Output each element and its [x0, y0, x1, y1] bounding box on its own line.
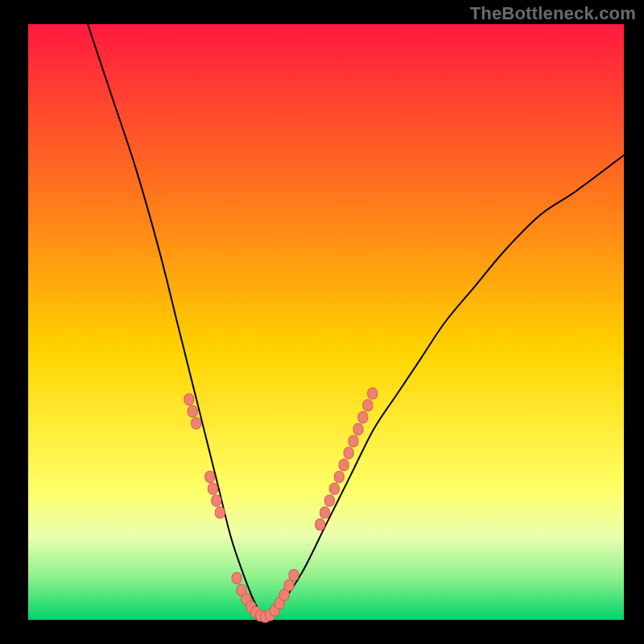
- highlight-dot: [184, 394, 194, 405]
- highlight-dot: [329, 483, 339, 494]
- highlight-dot: [320, 507, 330, 518]
- highlight-dot: [316, 519, 325, 530]
- highlight-dot: [353, 423, 363, 435]
- highlight-dot: [205, 471, 215, 482]
- highlight-dot: [289, 570, 299, 581]
- highlight-dot: [284, 580, 294, 591]
- highlight-dot: [188, 406, 197, 417]
- highlight-dot: [208, 483, 217, 494]
- highlight-dot: [192, 418, 201, 429]
- highlight-dot: [334, 471, 344, 482]
- highlight-dot: [324, 495, 334, 506]
- watermark-text: TheBottleneck.com: [470, 3, 636, 24]
- highlight-dot: [344, 448, 353, 459]
- chart-canvas: TheBottleneck.com: [0, 0, 644, 644]
- highlight-dot: [215, 507, 225, 518]
- bottleneck-chart: [0, 0, 644, 644]
- highlight-dot: [339, 460, 349, 471]
- highlight-dot: [368, 388, 378, 399]
- highlight-dot: [212, 495, 221, 506]
- highlight-dot: [363, 400, 373, 411]
- highlight-dot: [358, 411, 368, 423]
- highlight-dot: [349, 436, 358, 447]
- highlight-dot: [232, 572, 242, 584]
